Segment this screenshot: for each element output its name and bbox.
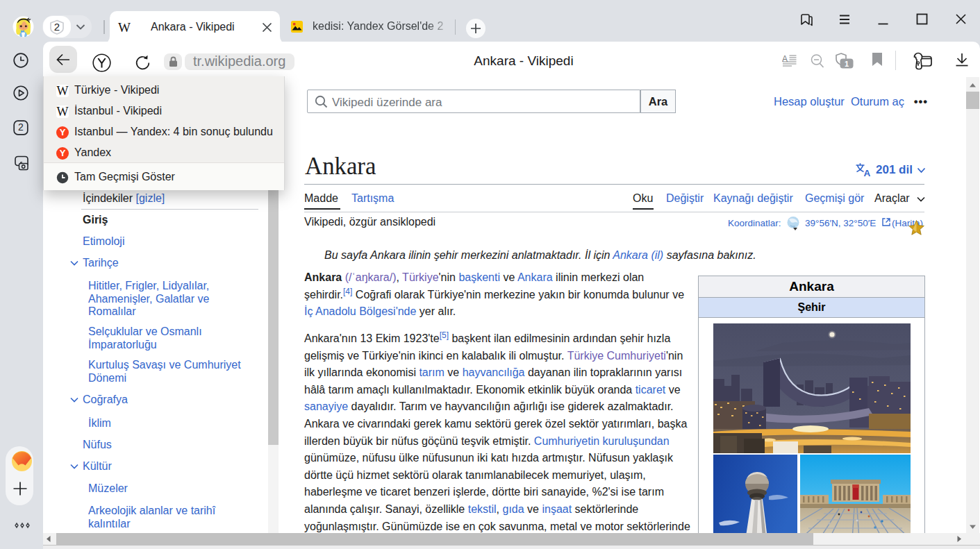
svg-text:1: 1 xyxy=(845,60,849,68)
svg-text:2: 2 xyxy=(54,21,60,33)
svg-text:A: A xyxy=(864,168,871,177)
